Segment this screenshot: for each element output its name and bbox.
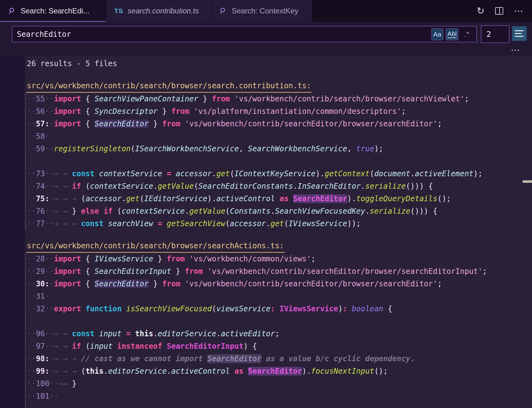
result-line[interactable]: ··30:·import { SearchEditor } from 'vs/w… <box>27 278 532 290</box>
tab-label: Search: ContextKey <box>232 7 298 15</box>
result-line[interactable]: ··29··import { SearchEditorInput } from … <box>27 265 532 278</box>
tab-bar: Search: SearchEdi... TS search.contribut… <box>0 0 532 22</box>
split-editor-icon[interactable] <box>495 7 503 15</box>
search-input[interactable] <box>12 30 431 39</box>
typescript-icon: TS <box>114 7 123 15</box>
results-summary: 26 results - 5 files <box>27 57 532 70</box>
line-number: 98: <box>36 354 49 363</box>
tab-label: search.contribution.ts <box>128 7 199 15</box>
line-number: 101 <box>36 392 49 401</box>
tab-search-contextkey[interactable]: Search: ContextKey <box>211 0 312 22</box>
line-number: 77 <box>36 219 45 228</box>
result-line[interactable]: ··100··→→ } <box>27 377 532 390</box>
line-number: 30: <box>36 279 49 288</box>
results-editor[interactable]: 26 results - 5 files src/vs/workbench/co… <box>0 56 532 408</box>
result-line[interactable]: ··74··→ → if (contextService.getValue(Se… <box>27 180 532 192</box>
search-editor-window: Search: SearchEdi... TS search.contribut… <box>0 0 532 408</box>
search-toggles: Aa Abl .* <box>431 28 476 40</box>
match-case-toggle[interactable]: Aa <box>431 28 443 40</box>
context-lines-input[interactable]: 2 <box>481 25 510 43</box>
more-actions-icon[interactable]: ⋯ <box>514 6 523 16</box>
file-path-header[interactable]: src/vs/workbench/contrib/search/browser/… <box>26 80 312 93</box>
result-line[interactable]: ··98:·→ → → // cast as we cannot import … <box>27 352 532 365</box>
result-line[interactable]: ··58·· <box>27 130 532 143</box>
line-number: 96 <box>36 329 45 338</box>
line-number: 56 <box>36 107 45 116</box>
search-query-panel: Aa Abl .* 2 ⋯ <box>0 22 532 56</box>
result-line[interactable]: ··32··export function isSearchViewFocuse… <box>27 303 532 315</box>
file-result-section: src/vs/workbench/contrib/search/browser/… <box>27 240 532 408</box>
result-line[interactable]: ··96··→ → const input = this.editorServi… <box>27 328 532 340</box>
result-line[interactable]: ··59··registerSingleton(ISearchWorkbench… <box>27 143 532 155</box>
result-line[interactable]: ··57:·import { SearchEditor } from 'vs/w… <box>27 118 532 130</box>
result-line[interactable]: ··73··→ → const contextService = accesso… <box>27 168 532 180</box>
line-number: 28 <box>36 255 45 263</box>
code-block: ··28··import { IViewsService } from 'vs/… <box>25 253 532 408</box>
tabbar-empty-space <box>312 0 468 22</box>
separator-line[interactable] <box>27 155 532 168</box>
result-line[interactable]: ··99:·→ → → (this.editorService.activeCo… <box>27 365 532 377</box>
search-more-icon[interactable]: ⋯ <box>511 44 521 55</box>
result-line[interactable]: ··76··→ → } else if (contextService.getV… <box>27 205 532 217</box>
line-number: 58 <box>36 132 45 141</box>
tab-search-contribution-ts[interactable]: TS search.contribution.ts <box>106 0 211 22</box>
line-number: 59 <box>36 144 45 153</box>
line-number: 73 <box>36 169 45 178</box>
tab-search-searcheditor[interactable]: Search: SearchEdi... <box>0 0 106 22</box>
result-line[interactable]: ··77··→ → → const searchView = getSearch… <box>27 217 532 230</box>
search-icon <box>219 7 227 15</box>
line-number: 55 <box>36 95 45 103</box>
line-number: 100 <box>36 379 49 388</box>
results-list: 26 results - 5 files src/vs/workbench/co… <box>0 56 532 408</box>
line-number: 74 <box>36 182 45 191</box>
line-number: 29 <box>36 267 45 276</box>
search-input-box: Aa Abl .* <box>12 26 477 42</box>
editor-actions: ↻ ⋯ <box>468 0 532 22</box>
result-line[interactable]: ··75:·→ → → (accessor.get(IEditorService… <box>27 192 532 205</box>
line-number: 32 <box>36 304 45 313</box>
line-number: 76 <box>36 207 45 216</box>
whole-word-toggle[interactable]: Abl <box>446 28 458 40</box>
file-result-section: src/vs/workbench/contrib/search/browser/… <box>27 80 532 230</box>
line-number: 75: <box>36 194 49 203</box>
result-line[interactable]: ··28··import { IViewsService } from 'vs/… <box>27 253 532 265</box>
toggle-search-details-button[interactable] <box>512 26 527 41</box>
code-block: ··55··import { SearchViewPaneContainer }… <box>25 93 532 230</box>
result-line[interactable]: ··101·· <box>27 390 532 402</box>
result-line[interactable]: ··56··import { SyncDescriptor } from 'vs… <box>27 105 532 118</box>
file-path-header[interactable]: src/vs/workbench/contrib/search/browser/… <box>26 240 285 253</box>
result-line[interactable]: ··55··import { SearchViewPaneContainer }… <box>27 93 532 105</box>
search-icon <box>8 7 16 15</box>
tab-label: Search: SearchEdi... <box>21 7 89 15</box>
result-line[interactable]: ··31·· <box>27 290 532 303</box>
line-number: 57: <box>36 119 49 128</box>
regex-toggle[interactable]: .* <box>461 28 473 40</box>
line-number: 99: <box>36 367 49 376</box>
result-line[interactable]: ··97··→ → if (input instanceof SearchEdi… <box>27 340 532 352</box>
refresh-icon[interactable]: ↻ <box>477 6 485 16</box>
line-number: 31 <box>36 292 45 301</box>
line-number: 97 <box>36 342 45 351</box>
separator-line[interactable] <box>27 315 532 328</box>
